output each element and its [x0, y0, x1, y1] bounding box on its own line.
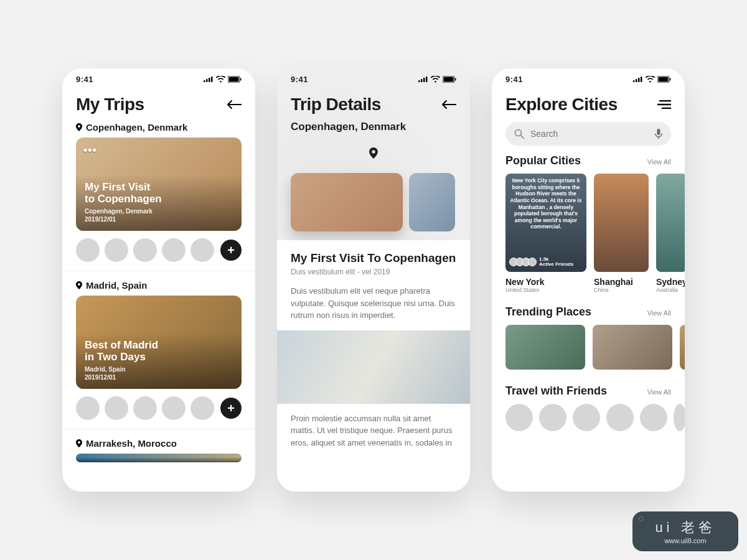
pin-icon [76, 281, 82, 289]
svg-rect-2 [209, 78, 210, 82]
trending-image[interactable] [680, 325, 685, 370]
popular-cities-row[interactable]: New York City comprises 5 boroughs sitti… [492, 174, 685, 293]
city-image [594, 174, 649, 272]
svg-rect-13 [455, 78, 456, 80]
section-header: Travel with Friends View All [492, 385, 685, 398]
add-button[interactable]: + [220, 240, 242, 261]
svg-rect-1 [206, 79, 208, 82]
view-all-link[interactable]: View All [647, 158, 671, 166]
mic-icon[interactable] [655, 129, 662, 139]
detail-photo[interactable] [291, 173, 403, 231]
trip-card[interactable] [76, 454, 242, 462]
header: Trip Details [277, 90, 470, 122]
trip-location: Madrid, Spain [76, 280, 242, 291]
menu-icon[interactable] [657, 100, 671, 109]
map[interactable] [277, 133, 470, 173]
friends-row[interactable] [492, 404, 685, 431]
section-title: Travel with Friends [505, 385, 607, 398]
header: My Trips [62, 90, 255, 122]
signal-icon [633, 76, 643, 82]
svg-rect-8 [421, 79, 423, 82]
city-card[interactable]: Shanghai China [594, 174, 649, 293]
avatar[interactable] [76, 238, 100, 262]
page-title: My Trips [76, 95, 144, 114]
back-arrow-icon[interactable] [227, 100, 242, 110]
avatar[interactable] [76, 396, 100, 420]
trip-card[interactable]: ••• My First Visit to Copenhagen Copenha… [76, 138, 242, 231]
trips-list[interactable]: Copenhagen, Denmark ••• My First Visit t… [62, 122, 255, 492]
avatar[interactable] [162, 238, 186, 262]
article-image[interactable] [277, 330, 470, 404]
signal-icon [204, 76, 214, 82]
trip-location: Copenhagen, Denmark [76, 122, 242, 133]
svg-rect-14 [633, 80, 635, 82]
avatar[interactable] [674, 404, 685, 431]
divider [62, 429, 255, 429]
avatar[interactable] [190, 396, 214, 420]
status-indicators [418, 76, 456, 83]
svg-rect-9 [423, 78, 425, 82]
battery-icon [228, 76, 242, 83]
status-bar: 9:41 [492, 68, 685, 90]
page-title: Explore Cities [505, 95, 618, 114]
city-friends-badge: 1.5kActive Friends [509, 257, 583, 267]
svg-rect-12 [444, 77, 454, 82]
trip-location: Marrakesh, Morocco [76, 438, 242, 449]
avatar[interactable] [640, 404, 667, 431]
view-all-link[interactable]: View All [647, 309, 671, 317]
status-time: 9:41 [291, 75, 308, 84]
svg-rect-16 [638, 78, 640, 82]
trending-image[interactable] [593, 325, 672, 370]
article-title: My First Visit To Copenhagen [291, 251, 456, 265]
section-header: Trending Places View All [492, 306, 685, 319]
avatar[interactable] [133, 396, 157, 420]
avatar[interactable] [105, 238, 128, 262]
avatar[interactable] [105, 396, 128, 420]
trending-image[interactable] [505, 325, 585, 370]
avatar[interactable] [505, 404, 533, 431]
svg-rect-19 [659, 77, 669, 82]
view-all-link[interactable]: View All [647, 388, 671, 396]
svg-rect-7 [418, 80, 420, 82]
page-title: Trip Details [291, 95, 381, 114]
city-card[interactable]: Sydney Australia [656, 174, 685, 293]
back-arrow-icon[interactable] [441, 100, 456, 110]
article-paragraph: Duis vestibulum elit vel neque pharetra … [291, 285, 456, 322]
status-indicators [633, 76, 671, 83]
avatar[interactable] [573, 404, 600, 431]
avatar[interactable] [162, 396, 186, 420]
detail-photo[interactable] [409, 173, 455, 231]
avatar[interactable] [606, 404, 634, 431]
city-name: Sydney [656, 277, 685, 287]
detail-location: Copenhagen, Denmark [277, 121, 470, 133]
card-menu-icon[interactable]: ••• [83, 144, 97, 157]
watermark: ui 老爸 www.uil8.com [632, 511, 738, 551]
header: Explore Cities [492, 90, 685, 122]
city-image: New York City comprises 5 boroughs sitti… [505, 174, 586, 272]
avatar[interactable] [539, 404, 566, 431]
svg-rect-17 [641, 77, 642, 82]
svg-rect-26 [657, 129, 660, 135]
search-icon [514, 129, 524, 139]
card-text: My First Visit to Copenhagen Copenhagen,… [85, 181, 162, 223]
city-country: China [594, 287, 649, 293]
screen-explore: 9:41 Explore Cities Popular Cities View … [492, 68, 685, 492]
avatar-row: + [76, 238, 242, 262]
city-name: Shanghai [594, 277, 649, 287]
avatar[interactable] [190, 238, 214, 262]
article-paragraph: Proin molestie accumsan nulla sit amet m… [291, 413, 456, 449]
wifi-icon [646, 76, 655, 83]
add-button[interactable]: + [220, 398, 242, 419]
search-input[interactable] [530, 129, 649, 139]
pin-icon [76, 123, 82, 131]
avatar[interactable] [133, 238, 157, 262]
trip-card[interactable]: ••• Best of Madrid in Two Days Madrid, S… [76, 296, 242, 389]
search-bar[interactable] [505, 122, 671, 146]
svg-rect-3 [211, 77, 213, 82]
city-country: Australia [656, 287, 685, 293]
detail-article[interactable]: My First Visit To Copenhagen Duis vestib… [277, 240, 470, 492]
screen-trip-details: 9:41 Trip Details Copenhagen, Denmark My… [277, 68, 470, 492]
mini-avatars [509, 258, 537, 266]
trending-row[interactable] [492, 325, 685, 370]
city-card[interactable]: New York City comprises 5 boroughs sitti… [505, 174, 586, 293]
